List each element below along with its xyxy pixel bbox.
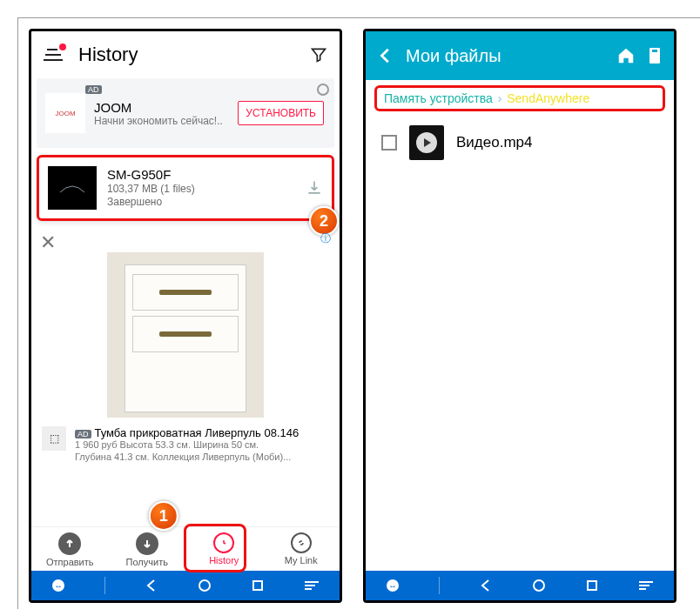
annotation-1: 1 — [149, 501, 178, 531]
menu-icon[interactable] — [44, 47, 64, 63]
ad-subtitle: Начни экономить сейчас!.. — [94, 115, 229, 127]
page-title: History — [78, 44, 296, 66]
transfer-meta: 103,37 MB (1 files) — [107, 183, 295, 196]
svg-rect-6 — [588, 581, 596, 590]
svg-rect-0 — [55, 177, 90, 199]
right-screen: Мои файлы Память устройства › SendAnywhe… — [363, 29, 676, 603]
android-navbar: ↔ — [366, 571, 674, 600]
left-screen: History JOOM AD JOOM Начни экономить сей… — [29, 29, 342, 603]
transfer-thumb — [48, 166, 97, 210]
install-button[interactable]: УСТАНОВИТЬ — [238, 101, 324, 125]
teamviewer-icon[interactable]: ↔ — [50, 578, 66, 593]
svg-point-1 — [199, 580, 210, 591]
file-item[interactable]: Видео.mp4 — [366, 117, 674, 169]
back-icon[interactable] — [478, 578, 494, 593]
app-header: History — [31, 31, 340, 78]
recent-icon[interactable] — [251, 579, 265, 592]
svg-rect-4 — [652, 50, 657, 52]
nav-mylink[interactable]: My Link — [263, 532, 340, 567]
home-icon[interactable] — [616, 46, 636, 65]
drawer-icon[interactable] — [303, 579, 320, 592]
download-icon[interactable] — [306, 179, 323, 197]
drawer-icon[interactable] — [637, 579, 655, 592]
ad-joom[interactable]: JOOM AD JOOM Начни экономить сейчас!.. У… — [37, 78, 334, 148]
ad-info-icon[interactable]: ⓘ — [320, 231, 331, 246]
nav-send[interactable]: Отправить — [31, 532, 109, 567]
svg-rect-2 — [253, 581, 262, 590]
back-icon[interactable] — [144, 578, 159, 593]
arrow-up-icon — [58, 532, 81, 555]
play-icon — [416, 132, 437, 153]
ad-thumb: JOOM — [45, 93, 85, 133]
video-thumb — [409, 125, 444, 160]
checkbox[interactable] — [381, 135, 397, 151]
breadcrumb[interactable]: Память устройства › SendAnywhere — [374, 85, 665, 111]
crumb-folder[interactable]: SendAnywhere — [507, 91, 589, 105]
back-icon[interactable] — [376, 46, 395, 65]
ad-title: JOOM — [94, 100, 229, 115]
file-name: Видео.mp4 — [456, 134, 532, 151]
teamviewer-icon[interactable]: ↔ — [385, 578, 400, 593]
ad-tag: AD — [85, 85, 102, 94]
bottom-nav: 1 Отправить Получить History My Link — [31, 526, 340, 571]
crumb-root[interactable]: Память устройства — [384, 91, 493, 105]
arrow-down-icon — [136, 532, 158, 555]
home-icon[interactable] — [197, 578, 212, 593]
transfer-item[interactable]: SM-G950F 103,37 MB (1 files) Завершено 2 — [37, 155, 334, 221]
highlight-box — [184, 524, 246, 572]
header-title: Мои файлы — [406, 46, 501, 66]
recent-icon[interactable] — [585, 579, 599, 592]
svg-point-5 — [534, 580, 544, 591]
storage-icon[interactable] — [646, 46, 663, 65]
file-mgr-header: Мои файлы — [366, 31, 674, 80]
home-icon[interactable] — [531, 578, 547, 593]
ad-furniture[interactable]: ✕ ⓘ ⬚ ADТумба прикроватная Ливерпуль 08.… — [40, 231, 331, 464]
filter-icon[interactable] — [310, 46, 327, 64]
ad-mini-thumb: ⬚ — [42, 426, 66, 451]
ad-info-icon[interactable] — [317, 84, 329, 96]
ad2-line1: 1 960 руб Высота 53.3 см. Ширина 50 см. — [75, 439, 329, 452]
link-icon — [291, 532, 312, 553]
nav-receive[interactable]: Получить — [109, 532, 186, 567]
transfer-status: Завершено — [107, 196, 295, 209]
ad2-line2: Глубина 41.3 см. Коллекция Ливерпуль (Мо… — [75, 452, 329, 464]
chevron-right-icon: › — [495, 91, 505, 105]
close-icon[interactable]: ✕ — [40, 231, 56, 254]
ad-image — [107, 252, 264, 418]
android-navbar: ↔ — [31, 571, 340, 600]
ad2-title: ADТумба прикроватная Ливерпуль 08.146 — [75, 426, 329, 439]
transfer-name: SM-G950F — [107, 167, 295, 184]
